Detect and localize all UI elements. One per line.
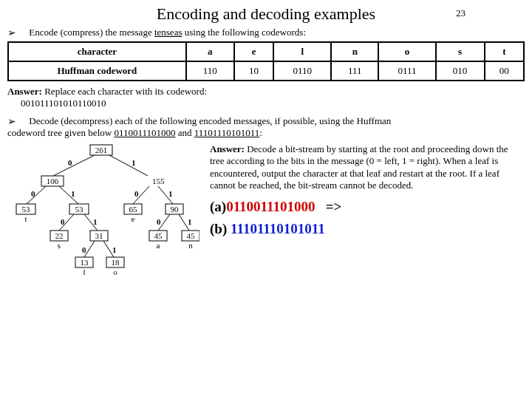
decode-prompt: Decode (decompress) each of the followin… (7, 115, 391, 138)
result-a: (a)0110011101000 => (210, 199, 525, 215)
th-s: s (436, 42, 485, 61)
svg-text:13: 13 (81, 258, 89, 267)
svg-text:s: s (58, 241, 61, 250)
result-b: (b) 11101110101011 (210, 221, 525, 237)
svg-text:o: o (113, 267, 117, 276)
th-n: n (331, 42, 378, 61)
page-number: 23 (456, 7, 466, 19)
encode-answer-bits: 001011101010110010 (21, 98, 106, 109)
page-title: Encoding and decoding examples (157, 4, 375, 23)
code-a: 110 (186, 61, 234, 81)
encode-prompt: Encode (compress) the message tenseas us… (29, 27, 306, 38)
svg-text:31: 31 (95, 231, 103, 240)
svg-text:45: 45 (187, 231, 196, 240)
svg-text:e: e (132, 214, 135, 223)
bullet-icon: ➢ (7, 115, 27, 127)
th-t: t (485, 42, 524, 61)
svg-text:53: 53 (22, 205, 31, 214)
table-row: Huffman codeword 110 10 0110 111 0111 01… (8, 61, 524, 81)
svg-text:0: 0 (68, 158, 72, 167)
svg-line-2 (53, 155, 95, 176)
svg-line-9 (27, 186, 46, 204)
svg-text:45: 45 (154, 231, 163, 240)
svg-text:1: 1 (93, 217, 98, 226)
th-a: a (186, 42, 234, 61)
svg-text:1: 1 (71, 189, 75, 198)
svg-text:261: 261 (95, 146, 108, 154)
huffman-tree: 261 0 1 106 155 0 1 53 t 53 0 1 (7, 143, 200, 301)
svg-text:1: 1 (188, 217, 192, 226)
th-l: l (273, 42, 331, 61)
svg-text:1: 1 (132, 158, 136, 167)
svg-line-10 (59, 186, 78, 204)
th-o: o (378, 42, 435, 61)
svg-text:155: 155 (152, 177, 165, 185)
code-o: 0111 (378, 61, 435, 81)
table-header-row: character a e l n o s t (8, 42, 524, 61)
svg-text:18: 18 (112, 258, 120, 267)
svg-text:53: 53 (75, 205, 84, 214)
svg-text:l: l (83, 267, 85, 276)
svg-text:0: 0 (61, 217, 65, 226)
code-s: 010 (436, 61, 485, 81)
svg-text:90: 90 (171, 205, 180, 214)
svg-text:0: 0 (82, 245, 86, 254)
code-n: 111 (331, 61, 378, 81)
svg-text:22: 22 (55, 231, 64, 240)
code-e: 10 (234, 61, 273, 81)
encode-answer: Answer: Replace each character with its … (7, 86, 525, 109)
svg-text:0: 0 (157, 217, 161, 226)
codeword-table: character a e l n o s t Huffman codeword… (7, 41, 525, 81)
row-label: Huffman codeword (8, 61, 186, 81)
svg-text:106: 106 (47, 177, 59, 185)
result-a-bits: 0110011101000 (226, 199, 315, 214)
svg-text:1: 1 (112, 245, 117, 254)
arrow-icon: => (326, 199, 342, 214)
svg-text:1: 1 (168, 189, 173, 198)
svg-text:t: t (24, 214, 27, 223)
code-t: 00 (485, 61, 524, 81)
result-b-bits: 11101110101011 (231, 221, 325, 236)
svg-line-3 (109, 155, 148, 176)
svg-text:n: n (188, 241, 193, 250)
encode-word: tenseas (154, 27, 183, 38)
bullet-icon: ➢ (7, 27, 27, 38)
code-l: 0110 (273, 61, 331, 81)
svg-text:65: 65 (129, 205, 138, 214)
svg-text:0: 0 (134, 189, 139, 198)
svg-text:a: a (157, 241, 160, 250)
th-character: character (8, 42, 186, 61)
decode-answer-text: Answer: Decode a bit-stream by starting … (210, 143, 525, 191)
th-e: e (234, 42, 273, 61)
svg-text:0: 0 (31, 189, 35, 198)
